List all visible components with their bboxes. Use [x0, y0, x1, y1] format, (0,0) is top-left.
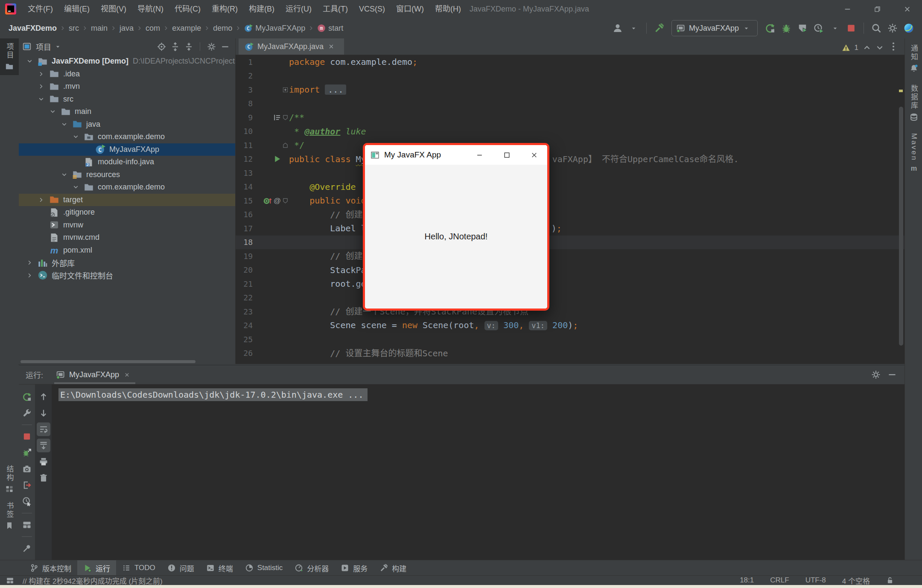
user-button[interactable] [610, 21, 625, 35]
menu-运行[interactable]: 运行(U) [280, 0, 317, 18]
chevron-right-icon[interactable] [38, 71, 49, 77]
settings-button[interactable] [885, 21, 900, 35]
tree-item-mvnw.cmd[interactable]: mvnw.cmd [19, 231, 235, 244]
tree-item-JavaFXDemo [Demo][interactable]: JavaFXDemo [Demo]D:\IDEAProjects\JCNCPro… [19, 55, 235, 68]
tool-window-tab-问题[interactable]: 问题 [161, 560, 200, 576]
tree-item-com.example.demo[interactable]: com.example.demo [19, 181, 235, 194]
tool-window-tab-Statistic[interactable]: Statistic [239, 560, 289, 576]
collapse-all-button[interactable] [182, 40, 195, 53]
rerun-button[interactable] [763, 21, 777, 35]
chevron-right-icon[interactable] [26, 259, 38, 266]
fold-marker[interactable] [282, 198, 289, 204]
stop-button[interactable] [844, 21, 858, 35]
tool-window-button-项目[interactable]: 项目 [0, 38, 19, 75]
tool-window-button-数据库[interactable]: 数据库 [905, 79, 922, 127]
exit-arrow-button[interactable] [20, 478, 34, 492]
tool-window-button-书签[interactable]: 书签 [0, 498, 19, 534]
tree-item-.mvn[interactable]: .mvn [19, 80, 235, 93]
close-button[interactable] [520, 145, 547, 165]
tool-window-tab-运行[interactable]: 运行 [77, 560, 116, 576]
breadcrumb-item-MyJavaFXApp[interactable]: CMyJavaFXApp [244, 24, 305, 33]
camera-button[interactable] [20, 462, 34, 476]
arrow-up-button[interactable] [37, 390, 50, 404]
override-icon[interactable]: O [263, 196, 272, 205]
tree-item-外部库[interactable]: 外部库 [19, 256, 235, 269]
hide-panel-button[interactable] [219, 40, 231, 53]
status-line-ending[interactable]: CRLF [770, 576, 789, 585]
pin-button[interactable] [20, 541, 34, 555]
javafx-app-window[interactable]: My JavaFX App Hello, JNotepad! [363, 143, 549, 311]
chevron-down-icon[interactable] [55, 44, 61, 50]
menu-构建[interactable]: 构建(B) [243, 0, 280, 18]
chevron-right-icon[interactable] [26, 272, 38, 279]
fold-marker[interactable] [282, 142, 289, 148]
tree-item-resources[interactable]: resources [19, 169, 235, 181]
trash-button[interactable] [37, 471, 50, 485]
expand-all-button[interactable] [169, 40, 181, 53]
menu-VCS[interactable]: VCS(S) [353, 0, 391, 18]
tree-item-临时文件和控制台[interactable]: 临时文件和控制台 [19, 269, 235, 282]
menu-工具[interactable]: 工具(T) [317, 0, 353, 18]
menu-文件[interactable]: 文件(F) [22, 0, 58, 18]
stop-button[interactable] [20, 430, 34, 443]
bug-attach-button[interactable] [20, 446, 34, 460]
maximize-button[interactable] [493, 145, 520, 165]
tool-window-tab-版本控制[interactable]: 版本控制 [24, 560, 77, 576]
console-output[interactable]: E:\Downloads\CodesDownloads\jdk\jdk-17.0… [58, 390, 900, 400]
status-indent-size[interactable]: 4 个空格 [842, 575, 870, 586]
settings-icon[interactable] [871, 370, 881, 379]
hide-icon[interactable] [887, 370, 897, 379]
arrow-down-button[interactable] [37, 406, 50, 420]
menu-代码[interactable]: 代码(C) [169, 0, 206, 18]
panel-settings-button[interactable] [205, 40, 218, 53]
breadcrumb-item-demo[interactable]: demo [213, 24, 232, 33]
tool-window-tab-服务[interactable]: 服务 [335, 560, 373, 576]
close-icon[interactable] [328, 44, 334, 49]
chevron-down-icon[interactable] [38, 96, 49, 102]
chevron-down-icon[interactable] [26, 58, 38, 64]
close-icon[interactable] [124, 372, 130, 378]
build-button[interactable] [652, 21, 666, 35]
status-file-encoding[interactable]: UTF-8 [805, 576, 826, 585]
tree-item-target[interactable]: target [19, 194, 235, 207]
menu-导航[interactable]: 导航(N) [132, 0, 169, 18]
tree-horizontal-scrollbar[interactable] [20, 360, 195, 363]
doc-list-icon[interactable] [273, 113, 282, 122]
scroll-end-button[interactable] [37, 439, 50, 452]
chevron-down-icon[interactable] [61, 121, 72, 128]
minimize-button[interactable] [465, 145, 493, 165]
wrap-button[interactable] [37, 422, 50, 436]
tree-item-pom.xml[interactable]: mpom.xml [19, 244, 235, 257]
tree-item-src[interactable]: src [19, 93, 235, 106]
breadcrumb-item-com[interactable]: com [146, 24, 160, 33]
close-button[interactable] [892, 0, 922, 18]
rerun-button[interactable] [20, 390, 34, 404]
coverage-button[interactable] [795, 21, 810, 35]
run-configuration-select[interactable]: MyJavaFXApp [671, 20, 758, 36]
tree-item-.idea[interactable]: .idea [19, 68, 235, 81]
search-everywhere-button[interactable] [869, 21, 884, 35]
chevron-up-icon[interactable] [863, 44, 871, 52]
breadcrumb-item-JavaFXDemo[interactable]: JavaFXDemo [9, 24, 57, 33]
layout-button[interactable] [20, 518, 34, 532]
clock-cursor-button[interactable] [20, 495, 34, 508]
tree-item-main[interactable]: main [19, 105, 235, 118]
at-icon[interactable]: @ [273, 196, 282, 205]
status-caret-position[interactable]: 18:1 [740, 576, 754, 585]
code-area[interactable]: 1package com.example.demo;23import ...89… [236, 55, 904, 364]
javafx-window-titlebar[interactable]: My JavaFX App [365, 145, 547, 165]
breadcrumb-item-java[interactable]: java [120, 24, 134, 33]
run-tab[interactable]: MyJavaFXApp [56, 365, 134, 384]
error-stripe-mark[interactable] [899, 90, 903, 92]
menu-视图[interactable]: 视图(V) [95, 0, 132, 18]
minimize-button[interactable] [832, 0, 862, 18]
editor-vertical-scrollbar[interactable] [899, 107, 903, 346]
layout-icon[interactable] [6, 576, 14, 585]
tool-window-tab-TODO[interactable]: TODO [116, 560, 161, 576]
chevron-down-icon[interactable] [875, 44, 884, 52]
profiler-dropdown[interactable] [828, 21, 842, 35]
breadcrumb-item-example[interactable]: example [172, 24, 201, 33]
play-line-icon[interactable] [273, 154, 282, 163]
tool-window-tab-终端[interactable]: 终端 [200, 560, 239, 576]
wrench-button[interactable] [20, 406, 34, 420]
